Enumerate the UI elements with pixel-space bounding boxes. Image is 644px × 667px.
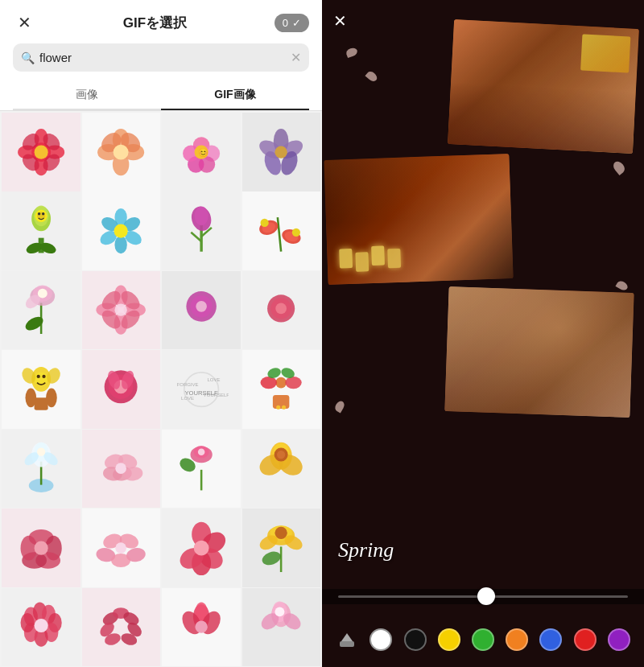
svg-rect-79 — [34, 397, 47, 410]
color-green[interactable] — [472, 628, 494, 651]
color-palette — [322, 628, 644, 651]
gif-grid: 😊 — [0, 111, 322, 667]
svg-point-75 — [196, 302, 207, 313]
count-badge: 0 ✓ — [275, 14, 309, 32]
color-blue[interactable] — [539, 628, 562, 651]
svg-point-84 — [36, 375, 39, 378]
svg-point-42 — [115, 236, 127, 253]
svg-point-153 — [275, 526, 287, 538]
spring-text: Spring — [338, 538, 394, 562]
check-icon: ✓ — [292, 17, 301, 29]
photo-card-1 — [448, 19, 639, 154]
slider-track[interactable] — [338, 595, 628, 598]
gif-item-23[interactable] — [162, 508, 241, 587]
gif-item-16[interactable] — [242, 350, 321, 429]
gif-item-6[interactable] — [82, 191, 161, 270]
svg-point-29 — [275, 146, 287, 158]
gif-item-9[interactable] — [2, 271, 80, 350]
left-header: ✕ GIFを選択 0 ✓ 🔍 ✕ 画像 GIF画像 — [0, 0, 322, 111]
svg-point-136 — [34, 541, 47, 554]
svg-point-164 — [34, 619, 47, 632]
svg-marker-183 — [341, 633, 353, 641]
tab-gif[interactable]: GIF画像 — [161, 81, 309, 110]
tab-row: 画像 GIF画像 — [13, 81, 309, 110]
gif-item-1[interactable] — [2, 113, 80, 191]
gif-item-28[interactable] — [242, 588, 321, 667]
svg-rect-182 — [340, 641, 354, 647]
tab-image[interactable]: 画像 — [13, 81, 161, 110]
color-orange[interactable] — [506, 628, 528, 651]
color-purple[interactable] — [608, 628, 630, 651]
gif-item-10[interactable] — [82, 271, 161, 350]
petal-decoration — [333, 399, 346, 413]
svg-point-80 — [25, 388, 36, 407]
gif-item-25[interactable] — [2, 588, 80, 667]
search-icon: 🔍 — [21, 51, 35, 64]
gif-item-20[interactable] — [242, 430, 321, 508]
svg-point-85 — [42, 375, 45, 378]
gif-item-5[interactable] — [2, 191, 80, 270]
gif-item-21[interactable] — [2, 508, 80, 587]
svg-text:LOVE: LOVE — [207, 377, 220, 382]
color-white[interactable] — [369, 628, 392, 651]
slider-thumb[interactable] — [477, 587, 495, 605]
gif-item-18[interactable] — [82, 430, 161, 508]
svg-point-38 — [42, 212, 44, 215]
svg-point-100 — [275, 377, 287, 389]
svg-point-102 — [285, 377, 301, 389]
gif-item-19[interactable] — [162, 430, 241, 508]
editor-close-button[interactable]: ✕ — [333, 11, 347, 31]
gif-item-2[interactable] — [82, 113, 161, 191]
petal-decoration — [365, 70, 378, 84]
svg-point-57 — [292, 229, 300, 237]
svg-point-37 — [37, 212, 39, 215]
eraser-button[interactable] — [336, 628, 358, 651]
svg-text:😊: 😊 — [197, 147, 208, 158]
gif-item-3[interactable]: 😊 — [162, 113, 241, 191]
svg-line-47 — [191, 233, 201, 241]
gif-item-24[interactable] — [242, 508, 321, 587]
gif-item-27[interactable] — [162, 588, 241, 667]
gif-item-26[interactable] — [82, 588, 161, 667]
svg-point-119 — [115, 463, 126, 475]
svg-point-163 — [20, 613, 34, 632]
svg-point-148 — [193, 540, 208, 555]
svg-point-150 — [260, 549, 283, 567]
color-yellow[interactable] — [438, 628, 460, 651]
photo-card-2 — [324, 154, 513, 285]
svg-point-63 — [37, 289, 47, 299]
gif-item-17[interactable] — [2, 430, 80, 508]
svg-point-16 — [114, 144, 129, 159]
gif-item-7[interactable] — [162, 191, 241, 270]
editor-panel: ✕ — [322, 0, 644, 667]
gif-item-12[interactable] — [242, 271, 321, 350]
gif-item-13[interactable] — [2, 350, 80, 429]
gif-item-4[interactable] — [242, 113, 321, 191]
svg-point-81 — [46, 388, 57, 407]
gif-item-8[interactable] — [242, 191, 321, 270]
color-red[interactable] — [574, 628, 597, 651]
gif-item-22[interactable] — [82, 508, 161, 587]
header-row: ✕ GIFを選択 0 ✓ — [13, 11, 309, 34]
gif-item-14[interactable] — [82, 350, 161, 429]
svg-point-113 — [37, 448, 45, 456]
svg-point-50 — [194, 206, 208, 225]
search-input[interactable] — [39, 51, 291, 64]
svg-point-54 — [261, 219, 269, 227]
search-row: 🔍 ✕ — [13, 43, 309, 72]
petal-decoration — [615, 279, 629, 292]
svg-text:YOURSELF: YOURSELF — [184, 389, 218, 397]
opacity-slider — [322, 589, 644, 604]
search-clear-button[interactable]: ✕ — [291, 50, 301, 65]
svg-point-72 — [115, 304, 127, 316]
petal-decoration — [345, 47, 359, 58]
svg-point-45 — [114, 224, 128, 238]
photo-card-3 — [444, 286, 634, 418]
svg-point-9 — [34, 145, 47, 159]
gif-item-15[interactable]: FORGIVELOVEYOURSELFLOVEYOURSELF — [162, 350, 241, 429]
svg-point-130 — [277, 451, 285, 459]
close-button[interactable]: ✕ — [13, 11, 35, 34]
gif-item-11[interactable] — [162, 271, 241, 350]
svg-point-142 — [115, 542, 126, 554]
color-black[interactable] — [404, 628, 427, 651]
